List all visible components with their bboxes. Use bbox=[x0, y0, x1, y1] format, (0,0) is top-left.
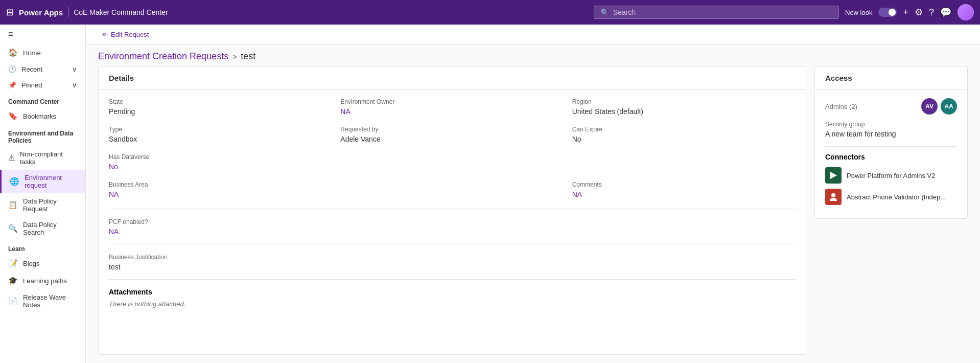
attachments-section: Attachments There is nothing attached. bbox=[109, 279, 796, 308]
data-policy-search-icon: 🔍 bbox=[8, 224, 18, 233]
business-justification-value: test bbox=[109, 263, 121, 271]
can-expire-value: No bbox=[572, 135, 796, 143]
sidebar-item-home[interactable]: 🏠 Home bbox=[0, 44, 85, 61]
field-divider-2 bbox=[109, 244, 796, 244]
attachments-label: Attachments bbox=[109, 288, 796, 296]
svg-marker-0 bbox=[830, 172, 837, 179]
user-avatar[interactable] bbox=[958, 4, 974, 20]
right-panel: Access Admins (2) AV AA bbox=[814, 66, 968, 355]
sidebar-item-env-request[interactable]: 🌐 Environment request bbox=[0, 170, 85, 193]
sidebar-item-blogs[interactable]: 📝 Blogs bbox=[0, 255, 85, 272]
home-icon: 🏠 bbox=[8, 48, 18, 57]
sidebar-item-data-policy-search[interactable]: 🔍 Data Policy Search bbox=[0, 217, 85, 240]
sidebar-label-learning-paths: Learning paths bbox=[23, 277, 67, 285]
sidebar-label-release-wave: Release Wave Notes bbox=[23, 293, 77, 309]
comments-value: NA bbox=[572, 190, 796, 198]
comments-label: Comments bbox=[572, 181, 796, 188]
search-icon: 🔍 bbox=[600, 8, 609, 16]
requested-by-value: Adele Vance bbox=[340, 135, 564, 143]
edit-request-label: Edit Request bbox=[111, 31, 149, 38]
connector-1-name: Power Platform for Admins V2 bbox=[847, 172, 935, 179]
search-input[interactable] bbox=[613, 8, 832, 16]
field-env-owner: Environment Owner NA bbox=[340, 98, 564, 116]
add-icon[interactable]: + bbox=[903, 7, 908, 18]
field-business-justification: Business Justification test bbox=[109, 253, 796, 271]
field-divider bbox=[109, 209, 796, 209]
details-card: Details State Pending Environment Owner … bbox=[98, 66, 806, 355]
field-comments-val: Comments NA bbox=[572, 181, 796, 198]
sidebar-label-data-policy-search: Data Policy Search bbox=[23, 221, 77, 236]
chevron-down-icon: ∨ bbox=[72, 65, 77, 73]
help-icon[interactable]: ? bbox=[929, 7, 934, 18]
type-value: Sandbox bbox=[109, 135, 332, 143]
chat-icon[interactable]: 💬 bbox=[940, 7, 951, 18]
region-value: United States (default) bbox=[572, 107, 796, 116]
edit-request-button[interactable]: ✏ Edit Request bbox=[98, 29, 153, 40]
business-area-value: NA bbox=[109, 190, 332, 198]
sidebar-item-pinned[interactable]: 📌 Pinned ∨ bbox=[0, 77, 85, 93]
new-look-toggle[interactable] bbox=[878, 8, 897, 17]
non-compliant-icon: ⚠ bbox=[8, 153, 15, 163]
field-has-dataverse: Has Dataverse No bbox=[109, 153, 332, 171]
state-value: Pending bbox=[109, 107, 332, 116]
connector-2-icon bbox=[825, 189, 842, 205]
admins-row: Admins (2) AV AA bbox=[825, 98, 957, 115]
sidebar-item-data-policy-request[interactable]: 📋 Data Policy Request bbox=[0, 193, 85, 217]
business-area-label: Business Area bbox=[109, 181, 332, 188]
access-divider bbox=[825, 146, 957, 147]
sidebar-label-bookmarks: Bookmarks bbox=[23, 112, 56, 120]
avatar-aa: AA bbox=[941, 98, 957, 115]
sidebar-label-pinned: Pinned bbox=[21, 81, 42, 89]
recent-icon: 🕐 bbox=[8, 65, 16, 73]
edit-icon: ✏ bbox=[102, 31, 108, 38]
sidebar-section-command-center: Command Center bbox=[0, 93, 85, 107]
content-header: ✏ Edit Request bbox=[86, 25, 980, 45]
access-body: Admins (2) AV AA Security group bbox=[815, 90, 967, 218]
access-card: Access Admins (2) AV AA bbox=[814, 66, 968, 219]
sidebar-item-learning-paths[interactable]: 🎓 Learning paths bbox=[0, 272, 85, 289]
sidebar-label-non-compliant: Non-compliant tasks bbox=[20, 150, 77, 166]
avatars-row: AV AA bbox=[921, 98, 957, 115]
field-type: Type Sandbox bbox=[109, 126, 332, 143]
nav-divider bbox=[68, 7, 68, 17]
sidebar-item-recent[interactable]: 🕐 Recent ∨ bbox=[0, 61, 85, 77]
waffle-icon[interactable]: ⊞ bbox=[6, 7, 14, 18]
app-title: Power Apps bbox=[19, 8, 63, 17]
sidebar-item-bookmarks[interactable]: 🔖 Bookmarks bbox=[0, 107, 85, 125]
field-can-expire: Can Expire No bbox=[572, 126, 796, 143]
fields-grid-row3: Has Dataverse No bbox=[109, 153, 796, 171]
sidebar-label-env-request: Environment request bbox=[25, 174, 77, 189]
sidebar-item-release-wave[interactable]: 📄 Release Wave Notes bbox=[0, 289, 85, 313]
fields-grid-row1: State Pending Environment Owner NA Regio… bbox=[109, 98, 796, 116]
field-business-area: Business Area NA bbox=[109, 181, 332, 198]
content-area: ✏ Edit Request Environment Creation Requ… bbox=[86, 25, 980, 363]
connector-2-name: Abstract Phone Validator (Indep... bbox=[847, 193, 946, 201]
sidebar-item-non-compliant[interactable]: ⚠ Non-compliant tasks bbox=[0, 146, 85, 170]
avatar-av-initials: AV bbox=[925, 103, 934, 110]
sidebar-section-learn: Learn bbox=[0, 240, 85, 255]
breadcrumb-parent[interactable]: Environment Creation Requests bbox=[98, 51, 228, 62]
settings-icon[interactable]: ⚙ bbox=[915, 7, 923, 18]
top-nav-right: New look + ⚙ ? 💬 bbox=[845, 4, 974, 20]
avatar-aa-initials: AA bbox=[944, 103, 953, 110]
fields-grid-row2: Type Sandbox Requested by Adele Vance Ca… bbox=[109, 126, 796, 143]
connector-item-2: Abstract Phone Validator (Indep... bbox=[825, 189, 957, 205]
pcf-value: NA bbox=[109, 228, 119, 236]
top-navigation: ⊞ Power Apps CoE Maker Command Center 🔍 … bbox=[0, 0, 980, 25]
sidebar: ≡ 🏠 Home 🕐 Recent ∨ 📌 Pinned ∨ Command C… bbox=[0, 25, 86, 363]
chevron-down-icon-pinned: ∨ bbox=[72, 81, 77, 89]
security-group-label: Security group bbox=[825, 121, 957, 128]
learning-paths-icon: 🎓 bbox=[8, 276, 18, 285]
security-group-value: A new team for testing bbox=[825, 130, 957, 138]
sidebar-toggle[interactable]: ≡ bbox=[0, 25, 85, 44]
svg-point-1 bbox=[831, 193, 835, 197]
fields-grid-row4: Business Area NA Comments NA bbox=[109, 181, 796, 198]
breadcrumb-current: test bbox=[241, 51, 255, 62]
breadcrumb-separator: > bbox=[232, 53, 237, 61]
new-look-label: New look bbox=[845, 9, 872, 16]
env-owner-label: Environment Owner bbox=[340, 98, 564, 105]
env-owner-value: NA bbox=[340, 107, 564, 116]
app-subtitle: CoE Maker Command Center bbox=[74, 8, 168, 16]
connectors-label: Connectors bbox=[825, 153, 957, 161]
search-bar[interactable]: 🔍 bbox=[594, 6, 839, 19]
